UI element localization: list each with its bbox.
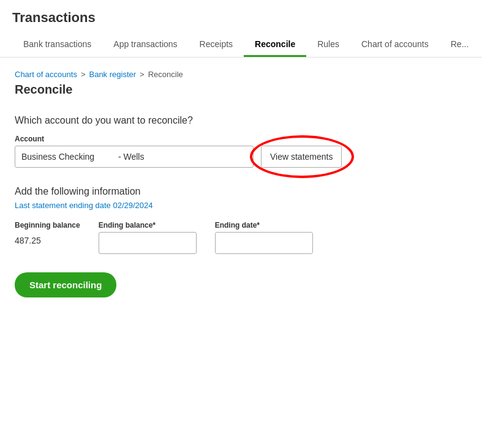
tab-re[interactable]: Re... <box>440 33 470 57</box>
account-question: Which account do you want to reconcile? <box>15 115 467 126</box>
balance-row: Beginning balance 487.25 Ending balance*… <box>15 221 467 254</box>
content-area: Chart of accounts > Bank register > Reco… <box>0 58 482 310</box>
tab-bank-transactions[interactable]: Bank transactions <box>12 33 102 57</box>
account-section: Which account do you want to reconcile? … <box>15 115 467 168</box>
breadcrumb-link-bank-register[interactable]: Bank register <box>89 70 136 79</box>
info-heading: Add the following information <box>15 186 467 197</box>
ending-date-label: Ending date* <box>215 221 313 230</box>
ending-balance-field: Ending balance* <box>99 221 197 254</box>
tab-reconcile[interactable]: Reconcile <box>244 33 306 57</box>
ending-date-field: Ending date* <box>215 221 313 254</box>
beginning-balance-value: 487.25 <box>15 232 80 245</box>
info-section: Add the following information Last state… <box>15 186 467 297</box>
breadcrumb-sep-2: > <box>140 70 145 79</box>
nav-tabs-list: Bank transactions App transactions Recei… <box>12 33 470 57</box>
ending-date-input[interactable] <box>216 233 313 253</box>
start-reconciling-button[interactable]: Start reconciling <box>15 272 116 297</box>
tab-chart-of-accounts[interactable]: Chart of accounts <box>350 33 440 57</box>
breadcrumb: Chart of accounts > Bank register > Reco… <box>15 70 467 79</box>
breadcrumb-link-chart-of-accounts[interactable]: Chart of accounts <box>15 70 77 79</box>
ending-date-wrapper <box>215 232 313 254</box>
tab-app-transactions[interactable]: App transactions <box>102 33 188 57</box>
beginning-balance-field: Beginning balance 487.25 <box>15 221 80 245</box>
tab-receipts[interactable]: Receipts <box>189 33 244 57</box>
account-input[interactable] <box>15 146 254 168</box>
view-statements-button[interactable]: View statements <box>261 146 342 168</box>
page-title: Transactions <box>12 10 470 26</box>
ending-balance-input[interactable] <box>99 232 197 254</box>
view-statements-wrapper: View statements <box>261 146 342 168</box>
breadcrumb-sep-1: > <box>81 70 86 79</box>
last-statement-note: Last statement ending date 02/29/2024 <box>15 201 467 210</box>
ending-balance-label: Ending balance* <box>99 221 197 230</box>
tab-rules[interactable]: Rules <box>306 33 350 57</box>
reconcile-page-title: Reconcile <box>15 83 467 97</box>
beginning-balance-label: Beginning balance <box>15 221 80 230</box>
breadcrumb-current: Reconcile <box>148 70 183 79</box>
account-field-label: Account <box>15 135 467 143</box>
nav-tabs: Bank transactions App transactions Recei… <box>12 33 470 57</box>
account-row: View statements <box>15 146 467 168</box>
page-header: Transactions Bank transactions App trans… <box>0 0 482 58</box>
